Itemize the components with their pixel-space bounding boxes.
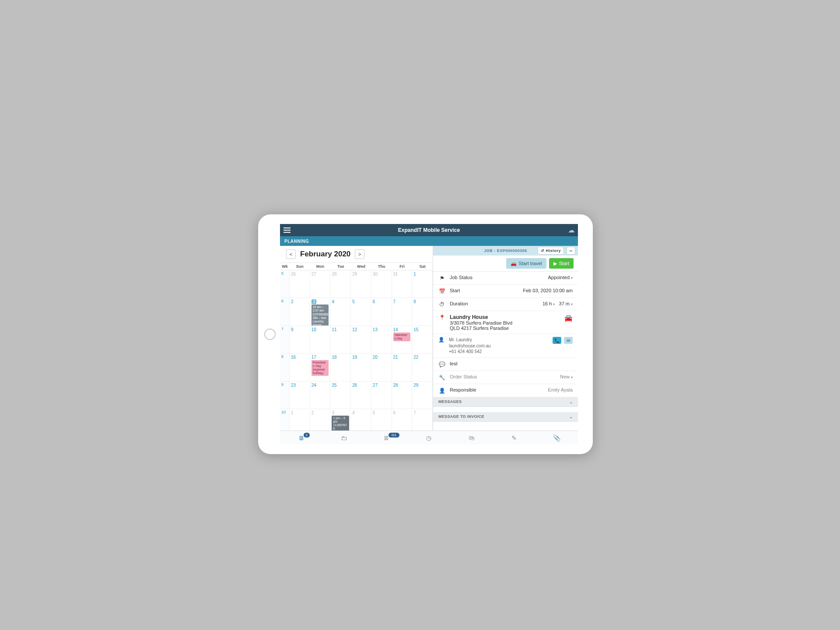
calendar-cell[interactable]: 13	[371, 326, 392, 353]
calendar-cell[interactable]: 7	[412, 409, 433, 430]
calendar-cell[interactable]: 6	[371, 298, 392, 325]
calendar-cell[interactable]: 1	[290, 409, 310, 430]
calendar-cell[interactable]: 11	[330, 326, 351, 353]
calendar-event[interactable]: 10 am –2:37 amEXP000000306 – testLaundry…	[312, 304, 329, 325]
calendar-cell[interactable]: 4	[330, 298, 351, 325]
calendar-cell[interactable]: 4	[351, 409, 371, 430]
message-button[interactable]: ✉	[564, 337, 573, 344]
job-status-row[interactable]: ⚑ Job Status Appointed▾	[433, 272, 578, 285]
address-row[interactable]: 📍 Laundry House 3/3078 Surfers Paradise …	[433, 311, 578, 334]
calendar-cell[interactable]: 25	[330, 382, 351, 409]
calendar-cell[interactable]: 27	[310, 270, 331, 298]
call-button[interactable]: 📞	[553, 337, 561, 344]
week-number: 5	[280, 270, 290, 298]
tab-tasks[interactable]: 🗎 0/1	[365, 431, 408, 444]
tab-parts[interactable]: 🛍	[450, 431, 493, 444]
calendar-event[interactable]: Presidents' Day(regionalholiday)	[312, 360, 329, 376]
calendar-cell[interactable]: 1	[412, 270, 433, 298]
order-status-row[interactable]: 🔧 Order Status New▾	[433, 371, 578, 384]
tab-jobs[interactable]: 🗎 2	[280, 431, 322, 444]
tab-time[interactable]: ◷	[408, 431, 450, 444]
menu-icon[interactable]	[284, 228, 290, 233]
week-number: 6	[280, 298, 290, 325]
calendar-cell[interactable]: 6	[392, 409, 413, 430]
calendar-cell[interactable]: 27	[371, 382, 392, 409]
calendar-cell[interactable]: 29	[412, 382, 433, 409]
date-number: 4	[332, 299, 334, 304]
collapse-button[interactable]: –	[567, 247, 575, 255]
date-number: 19	[352, 355, 357, 360]
day-header: Mon	[310, 263, 331, 270]
day-header: Wed	[351, 263, 371, 270]
calendar-cell[interactable]: 30	[371, 270, 392, 298]
home-button[interactable]	[264, 329, 276, 340]
person-icon: 👤	[438, 388, 445, 394]
job-status-label: Job Status	[450, 275, 489, 280]
calendar-cell[interactable]: 24	[310, 382, 331, 409]
calendar-cell[interactable]: 14Valentine's Day	[392, 326, 413, 353]
calendar-cell[interactable]: 17Presidents' Day(regionalholiday)	[310, 354, 331, 381]
calendar-cell[interactable]: 5	[371, 409, 392, 430]
history-button[interactable]: ↺ History	[538, 247, 564, 255]
tab-attach[interactable]: 📎	[536, 431, 578, 444]
date-number: 3	[332, 410, 334, 415]
date-number: 12	[352, 327, 357, 332]
calendar-cell[interactable]: 26	[290, 270, 310, 298]
calendar-cell[interactable]: 10	[310, 326, 331, 353]
responsible-row[interactable]: 👤 Responsible Emily Ayala	[433, 384, 578, 397]
calendar-cell[interactable]: 12	[351, 326, 371, 353]
calendar-cell[interactable]: 19	[351, 354, 371, 381]
date-number: 18	[332, 355, 336, 360]
tab-sign[interactable]: ✎	[493, 431, 535, 444]
start-travel-button[interactable]: 🚗 Start travel	[506, 258, 546, 269]
sync-icon[interactable]: ☁	[568, 227, 574, 234]
tablet-frame: ExpandIT Mobile Service ☁ PLANNING < Feb…	[258, 214, 593, 454]
date-number: 4	[352, 410, 355, 415]
duration-row[interactable]: ⏱ Duration 16 h▾ 37 m▾	[433, 298, 578, 311]
job-panel: JOB - EXP000000306 ↺ History – 🚗 Start t…	[433, 246, 578, 430]
date-number: 1	[291, 410, 294, 415]
date-number: 7	[413, 410, 416, 415]
navigate-icon[interactable]: 🚘	[564, 314, 573, 322]
invoice-message-section[interactable]: MESSAGE TO INVOICE ⌄	[433, 412, 578, 422]
flag-icon: ⚑	[438, 275, 445, 281]
calendar-row: 52627282930311	[280, 270, 433, 298]
calendar-cell[interactable]: 26	[351, 382, 371, 409]
calendar-cell[interactable]: 28	[392, 382, 413, 409]
calendar-cell[interactable]: 22	[412, 354, 433, 381]
calendar-cell[interactable]: 7	[392, 298, 413, 325]
date-number: 6	[373, 299, 375, 304]
calendar-cell[interactable]: 15	[412, 326, 433, 353]
calendar-cell[interactable]: 31	[392, 270, 413, 298]
start-button[interactable]: ▶ Start	[549, 258, 574, 269]
calendar-cell[interactable]: 28	[330, 270, 351, 298]
calendar-event[interactable]: Valentine's Day	[393, 332, 411, 341]
invoice-message-label: MESSAGE TO INVOICE	[438, 414, 484, 419]
calendar-cell[interactable]: 2	[310, 409, 331, 430]
clock-icon: ◷	[426, 434, 431, 441]
calendar-cell[interactable]: 18	[330, 354, 351, 381]
calendar-cell[interactable]: 31 pm – 3pm111007870(Unknown)	[330, 409, 351, 430]
calendar-cell[interactable]: 310 am –2:37 amEXP000000306 – testLaundr…	[310, 298, 331, 325]
calendar-icon: 📅	[438, 288, 445, 294]
calendar-event[interactable]: 1 pm – 3pm111007870(Unknown)	[332, 416, 349, 430]
calendar-cell[interactable]: 20	[371, 354, 392, 381]
calendar-cell[interactable]: 21	[392, 354, 413, 381]
calendar-cell[interactable]: 23	[290, 382, 310, 409]
calendar-cell[interactable]: 29	[351, 270, 371, 298]
order-status-value: New	[560, 374, 570, 379]
calendar-cell[interactable]: 2	[290, 298, 310, 325]
note-row[interactable]: 💬 test	[433, 358, 578, 371]
calendar-cell[interactable]: 5	[351, 298, 371, 325]
messages-section[interactable]: MESSAGES ⌄	[433, 397, 578, 407]
start-row[interactable]: 📅 Start Feb 03, 2020 10:00 am	[433, 285, 578, 298]
calendar-cell[interactable]: 16	[290, 354, 310, 381]
date-number: 27	[312, 272, 316, 276]
calendar-cell[interactable]: 9	[290, 326, 310, 353]
prev-month-button[interactable]: <	[286, 249, 296, 259]
tab-folder[interactable]: 🗀	[322, 431, 365, 444]
next-month-button[interactable]: >	[355, 249, 364, 259]
calendar-cell[interactable]: 8	[412, 298, 433, 325]
job-id: JOB - EXP000000306	[484, 248, 527, 253]
date-number: 24	[312, 383, 316, 388]
